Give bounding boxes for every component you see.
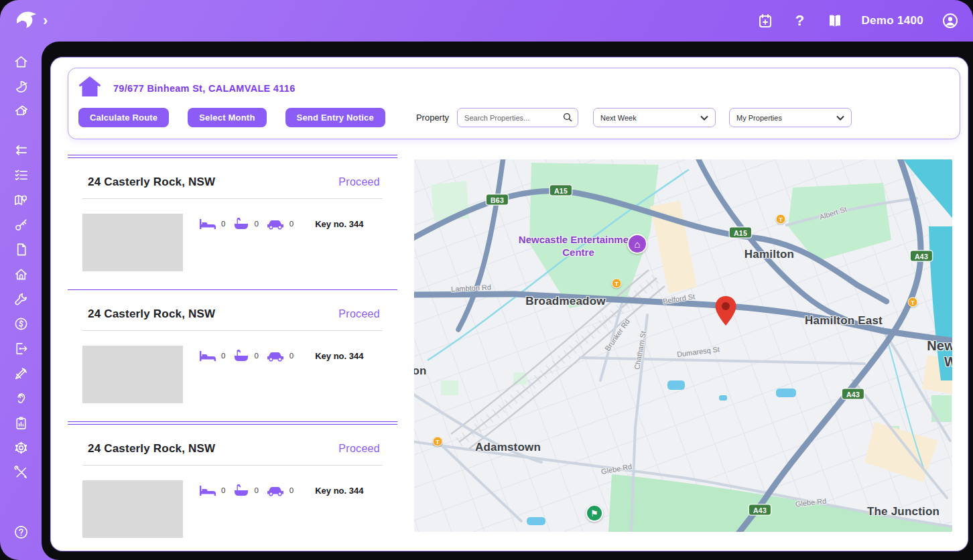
map-canvas[interactable]: B63A15A15A43A43A43BroadmeadowHamiltonHam… <box>414 159 952 532</box>
property-list: 24 Casterly Rock, NSW Proceed 0 0 0 Key … <box>68 155 397 551</box>
map-label-badge: A43 <box>749 505 771 515</box>
bath-count: 0 <box>254 486 258 494</box>
book-icon[interactable] <box>827 13 843 29</box>
topbar: › ? Demo 1400 <box>0 0 973 42</box>
sidebar-tools-icon[interactable] <box>13 464 29 480</box>
sidebar-home-alt-icon[interactable] <box>13 266 29 282</box>
calendar-add-icon[interactable] <box>757 13 773 29</box>
bed-count: 0 <box>221 486 225 494</box>
select-month-button[interactable]: Select Month <box>188 108 266 127</box>
map-label-town: Hamilton East <box>805 314 883 328</box>
bath-icon <box>233 217 249 230</box>
proceed-link[interactable]: Proceed <box>338 308 380 320</box>
search-icon[interactable] <box>563 113 572 122</box>
send-entry-notice-button[interactable]: Send Entry Notice <box>285 108 385 127</box>
car-icon <box>267 218 285 230</box>
home-icon <box>78 76 101 100</box>
main-panel: 79/677 Binheam St, CALAMVALE 4116 Calcul… <box>50 57 968 551</box>
sidebar-checklist-icon[interactable] <box>13 167 29 183</box>
map-label-town: on <box>414 364 427 378</box>
map-label-transit[interactable]: T <box>612 279 622 289</box>
property-photo-placeholder <box>82 480 183 538</box>
key-number: Key no. 344 <box>315 219 363 229</box>
proceed-link[interactable]: Proceed <box>338 176 380 188</box>
sidebar-pie-chart-icon[interactable] <box>13 78 29 94</box>
bed-icon <box>199 485 216 496</box>
sidebar-help-icon[interactable] <box>13 524 29 540</box>
property-title: 24 Casterly Rock, NSW <box>88 442 215 456</box>
car-count: 0 <box>289 220 294 228</box>
key-number: Key no. 344 <box>315 486 363 496</box>
map-label-badge: A43 <box>842 389 864 399</box>
map-label-transit[interactable]: T <box>433 437 443 447</box>
sidebar-clipboard-chart-icon[interactable] <box>13 415 29 431</box>
sidebar-document-icon[interactable] <box>13 241 29 257</box>
bath-icon <box>233 349 249 362</box>
bed-count: 0 <box>221 220 225 228</box>
map-label-town: Broadmeadow <box>525 295 605 308</box>
bath-count: 0 <box>254 352 258 360</box>
property-photo-placeholder <box>82 346 183 403</box>
bed-icon <box>199 350 216 362</box>
map-label-badge: A15 <box>730 228 751 238</box>
brand-logo-icon[interactable] <box>15 9 39 32</box>
map-label-poi: Newcastle Entertainment Centre <box>515 234 642 259</box>
sidebar-properties-icon[interactable] <box>13 103 29 119</box>
property-address: 79/677 Binheam St, CALAMVALE 4116 <box>113 83 296 94</box>
key-number: Key no. 344 <box>315 351 363 361</box>
search-properties-input[interactable] <box>457 108 578 127</box>
sidebar-key-icon[interactable] <box>13 216 29 232</box>
sidebar-map-icon[interactable] <box>13 192 29 208</box>
sidebar-swap-arrows-icon[interactable] <box>13 142 29 158</box>
property-label: Property <box>416 113 449 123</box>
property-title: 24 Casterly Rock, NSW <box>88 176 215 189</box>
map-label-town: Adamstown <box>475 441 541 454</box>
map-label-town: Hamilton <box>744 248 794 261</box>
map-label-transit[interactable]: T <box>776 214 786 224</box>
bed-icon <box>199 218 216 230</box>
sidebar-nav <box>0 42 42 560</box>
sidebar-gear-icon[interactable] <box>13 439 29 456</box>
map-label-badge: A43 <box>911 251 932 261</box>
map-label-badge: B63 <box>486 195 508 205</box>
car-icon <box>267 350 285 362</box>
map-base-layer <box>414 159 952 532</box>
bed-count: 0 <box>221 352 225 360</box>
sidebar-edit-tools-icon[interactable] <box>13 365 29 381</box>
property-photo-placeholder <box>82 214 183 271</box>
chevron-right-icon[interactable]: › <box>43 13 48 28</box>
sidebar-home-icon[interactable] <box>13 54 29 70</box>
property-card[interactable]: 24 Casterly Rock, NSW Proceed 0 0 0 Key … <box>68 158 397 289</box>
map-label-town: The Junction <box>867 505 939 518</box>
user-circle-icon[interactable] <box>942 13 958 29</box>
sidebar-exit-icon[interactable] <box>13 340 29 356</box>
sidebar-dollar-icon[interactable] <box>13 316 29 332</box>
car-count: 0 <box>289 486 294 494</box>
property-title: 24 Casterly Rock, NSW <box>88 307 215 321</box>
map-label-golf[interactable]: ⚑ <box>586 504 603 522</box>
car-icon <box>267 485 285 496</box>
map-label-badge: A15 <box>550 186 572 196</box>
sidebar-wrench-icon[interactable] <box>13 291 29 307</box>
map-label-transit[interactable]: T <box>908 297 918 307</box>
bath-icon <box>233 484 249 497</box>
bath-count: 0 <box>254 220 258 228</box>
chevron-down-icon <box>700 115 708 121</box>
help-question-icon[interactable]: ? <box>792 13 808 29</box>
map-label-poiIcon[interactable]: ⌂ <box>627 234 647 254</box>
account-name[interactable]: Demo 1400 <box>862 14 923 27</box>
week-filter-dropdown[interactable]: Next Week <box>593 108 716 127</box>
sidebar-ear-icon[interactable] <box>13 390 29 406</box>
scope-filter-dropdown[interactable]: My Properties <box>729 108 852 127</box>
chevron-down-icon <box>836 115 844 121</box>
property-card[interactable]: 24 Casterly Rock, NSW Proceed 0 0 0 Key … <box>68 290 397 421</box>
property-header-card: 79/677 Binheam St, CALAMVALE 4116 Calcul… <box>68 68 960 139</box>
property-card[interactable]: 24 Casterly Rock, NSW Proceed 0 0 0 Key … <box>68 425 397 551</box>
car-count: 0 <box>289 352 294 360</box>
calculate-route-button[interactable]: Calculate Route <box>78 108 169 127</box>
map-pin-marker[interactable] <box>714 295 738 327</box>
map-label-town: Newcastle West <box>922 338 953 370</box>
proceed-link[interactable]: Proceed <box>338 443 380 455</box>
